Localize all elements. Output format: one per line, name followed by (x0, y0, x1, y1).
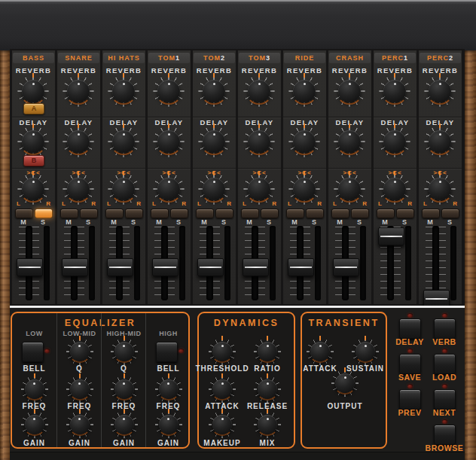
solo-button[interactable] (35, 209, 53, 218)
pan-right-label: R (46, 200, 50, 207)
volume-fader-handle[interactable] (107, 258, 133, 276)
dynamics-makeup-knob[interactable] (208, 410, 236, 439)
pan-knob[interactable] (288, 172, 321, 206)
pan-knob[interactable] (107, 172, 140, 206)
mute-button[interactable] (377, 209, 395, 218)
pan-knob[interactable] (243, 172, 276, 206)
gain-knob[interactable] (110, 410, 139, 439)
delay-b-button[interactable]: B (23, 155, 44, 166)
solo-label: S (260, 218, 278, 226)
dynamics-threshold-knob[interactable] (208, 337, 236, 366)
reverb-send-knob[interactable] (423, 75, 456, 108)
bell-toggle-button[interactable] (22, 342, 44, 362)
eq-band-high-mid: HIGH-MIDQFREQGAIN (101, 313, 146, 447)
gain-knob[interactable] (154, 410, 183, 439)
transient-output-knob[interactable] (331, 369, 359, 398)
delay-send-knob[interactable] (17, 125, 50, 158)
volume-fader-handle[interactable] (333, 258, 359, 276)
verb-button[interactable] (434, 318, 456, 339)
volume-fader-handle[interactable] (17, 258, 43, 276)
mute-button[interactable] (331, 209, 349, 218)
save-button[interactable] (399, 354, 421, 374)
freq-knob[interactable] (110, 375, 139, 404)
delay-send-knob[interactable] (107, 125, 140, 158)
delay-send-knob[interactable] (288, 125, 321, 158)
solo-button[interactable] (261, 209, 279, 218)
solo-button[interactable] (170, 209, 188, 218)
volume-fader-handle[interactable] (243, 258, 269, 276)
delay-send-knob[interactable] (378, 125, 411, 158)
dynamics-mix-knob[interactable] (253, 410, 282, 439)
reverb-send-knob[interactable] (152, 75, 185, 108)
channel-label: PERC2 (420, 53, 461, 63)
delay-send-knob[interactable] (423, 125, 456, 158)
reverb-send-knob[interactable] (288, 75, 321, 108)
mute-button[interactable] (60, 209, 78, 218)
bell-toggle-button[interactable] (156, 342, 178, 362)
mute-button[interactable] (196, 209, 214, 218)
volume-fader-handle[interactable] (62, 258, 88, 276)
mute-button[interactable] (241, 209, 259, 218)
next-button[interactable] (434, 389, 456, 410)
mute-button[interactable] (286, 209, 304, 218)
delay-send-knob[interactable] (243, 125, 276, 158)
transient-attack-knob[interactable] (306, 337, 334, 366)
freq-knob[interactable] (20, 375, 49, 404)
volume-fader-handle[interactable] (378, 227, 404, 245)
gain-knob[interactable] (20, 410, 49, 439)
pan-knob[interactable] (197, 172, 230, 206)
mute-button[interactable] (105, 209, 124, 218)
transient-panel: TRANSIENTATTACKSUSTAINOUTPUT (301, 312, 387, 449)
solo-button[interactable] (351, 209, 369, 218)
mute-button[interactable] (15, 209, 33, 218)
save-button-label: SAVE (398, 373, 421, 382)
pan-knob[interactable] (333, 172, 366, 206)
volume-fader-handle[interactable] (288, 258, 314, 276)
reverb-send-knob[interactable] (243, 75, 276, 108)
reverb-send-knob[interactable] (378, 75, 411, 108)
mute-button[interactable] (151, 209, 169, 218)
row-divider (374, 117, 416, 117)
mute-button[interactable] (422, 209, 440, 218)
browse-button[interactable] (434, 425, 456, 445)
pan-knob[interactable] (62, 172, 95, 206)
dynamics-attack-knob[interactable] (208, 375, 236, 404)
mute-label: M (240, 218, 258, 226)
dynamics-release-knob[interactable] (253, 375, 282, 404)
solo-button[interactable] (306, 209, 324, 218)
pan-knob[interactable] (17, 172, 50, 206)
delay-button[interactable] (399, 318, 421, 339)
solo-button[interactable] (125, 209, 143, 218)
volume-fader-handle[interactable] (197, 258, 224, 276)
reverb-send-knob[interactable] (197, 75, 230, 108)
dynamics-ratio-knob[interactable] (253, 337, 282, 366)
reverb-send-knob[interactable] (62, 75, 95, 108)
freq-knob[interactable] (154, 375, 183, 404)
reverb-send-knob[interactable] (333, 75, 366, 108)
knob-top-mark (304, 123, 305, 128)
load-button[interactable] (434, 354, 456, 374)
solo-button[interactable] (441, 209, 459, 218)
solo-button[interactable] (80, 209, 98, 218)
reverb-send-knob[interactable] (107, 75, 140, 108)
gain-knob[interactable] (66, 410, 94, 439)
delay-send-knob[interactable] (152, 125, 185, 158)
channel-name-suffix: 3 (266, 54, 270, 62)
delay-send-knob[interactable] (333, 125, 366, 158)
solo-button[interactable] (215, 209, 233, 218)
reverb-a-button[interactable]: A (23, 103, 44, 114)
knob-top-mark (258, 123, 260, 128)
pan-knob[interactable] (423, 172, 456, 206)
transient-sustain-knob[interactable] (351, 337, 380, 366)
q-knob[interactable] (66, 337, 94, 366)
row-divider (238, 117, 281, 117)
prev-button[interactable] (399, 389, 421, 410)
delay-send-knob[interactable] (62, 125, 95, 158)
volume-fader-handle[interactable] (152, 258, 178, 276)
freq-knob[interactable] (66, 375, 94, 404)
solo-button[interactable] (396, 209, 414, 218)
pan-knob[interactable] (152, 172, 185, 206)
q-knob[interactable] (110, 337, 139, 366)
delay-send-knob[interactable] (197, 125, 230, 158)
pan-knob[interactable] (378, 172, 411, 206)
